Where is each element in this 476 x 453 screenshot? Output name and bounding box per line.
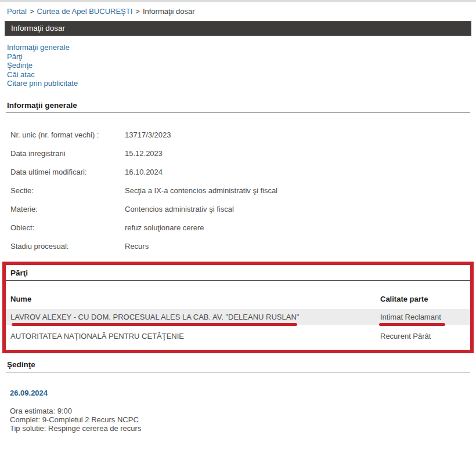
field-row-sectie: Sectie: Secţia a IX-a contencios adminis… [10,186,476,205]
field-label: Obiect: [10,223,125,242]
party-name-cell: LAVROV ALEXEY - CU DOM. PROCESUAL ALES L… [10,313,380,321]
field-row-obiect: Obiect: refuz soluţionare cerere [10,223,476,242]
party-role-cell: Intimat Reclamant [380,313,441,321]
field-value: Secţia a IX-a contencios administrativ ş… [125,186,277,205]
field-value: refuz soluţionare cerere [125,223,204,242]
table-row: LAVROV ALEXEY - CU DOM. PROCESUAL ALES L… [6,309,470,325]
page-title-bar: Informaţii dosar [5,21,471,36]
nav-link-sedinte[interactable]: Şedinţe [7,61,476,70]
breadcrumb-current: Informaţii dosar [143,7,195,16]
annotation-box: Părţi Nume Calitate parte LAVROV ALEXEY … [2,262,474,353]
field-label: Nr. unic (nr. format vechi) : [10,131,125,149]
field-label: Data inregistrarii [10,149,125,168]
parties-section: Părţi Nume Calitate parte LAVROV ALEXEY … [6,265,470,350]
field-value: Contencios administrativ şi fiscal [125,205,234,223]
section-nav: Informaţii generale Părţi Şedinţe Căi at… [7,43,476,88]
section-title-sedinte: Şedinţe [6,360,470,372]
field-value: 16.10.2024 [125,168,163,186]
field-row-nr-unic: Nr. unic (nr. format vechi) : 13717/3/20… [10,131,476,149]
breadcrumb-separator: > [30,7,34,16]
field-label: Sectie: [10,186,125,205]
field-value: Recurs [125,242,149,260]
general-info-fields: Nr. unic (nr. format vechi) : 13717/3/20… [10,131,476,260]
field-row-stadiu: Stadiu procesual: Recurs [10,242,476,260]
hearing-details: Ora estimata: 9:00 Complet: 9-Completul … [10,407,476,433]
column-header-nume: Nume [10,295,380,303]
section-title-parti: Părţi [6,269,470,281]
field-row-materie: Materie: Contencios administrativ şi fis… [10,205,476,223]
field-value: 15.12.2023 [125,149,163,168]
field-label: Data ultimei modificari: [10,168,125,186]
hearing-line-complet: Complet: 9-Completul 2 Recurs NCPC [10,415,476,424]
field-label: Materie: [10,205,125,223]
table-row: AUTORITATEA NAŢIONALĂ PENTRU CETĂŢENIE R… [6,325,470,344]
party-name-cell: AUTORITATEA NAŢIONALĂ PENTRU CETĂŢENIE [10,332,380,340]
field-label: Stadiu procesual: [10,242,125,260]
column-header-calitate: Calitate parte [380,295,428,303]
breadcrumb-separator: > [135,7,140,16]
breadcrumb: Portal>Curtea de Apel BUCUREŞTI>Informaţ… [7,7,476,16]
hearing-line-solutie: Tip solutie: Respinge cererea de recurs [10,424,476,433]
hearing-line-ora: Ora estimata: 9:00 [10,407,476,415]
nav-link-parti[interactable]: Părţi [7,52,476,61]
top-strip [0,0,476,2]
nav-link-informatii-generale[interactable]: Informaţii generale [7,43,476,52]
breadcrumb-link-portal[interactable]: Portal [7,7,27,16]
party-role-cell: Recurent Pârât [380,332,431,340]
field-row-data-inregistrarii: Data inregistrarii 15.12.2023 [10,149,476,168]
field-value: 13717/3/2023 [125,131,171,149]
nav-link-cai-atac[interactable]: Căi atac [7,70,476,79]
section-title-informatii-generale: Informaţii generale [6,101,470,113]
page-title: Informaţii dosar [11,24,65,32]
parties-table-header: Nume Calitate parte [6,295,470,309]
hearing-date-link[interactable]: 26.09.2024 [10,389,476,397]
nav-link-citare[interactable]: Citare prin publicitate [7,79,476,88]
field-row-data-modificari: Data ultimei modificari: 16.10.2024 [10,168,476,186]
breadcrumb-link-court[interactable]: Curtea de Apel BUCUREŞTI [37,7,133,16]
page: Portal>Curtea de Apel BUCUREŞTI>Informaţ… [0,0,476,453]
